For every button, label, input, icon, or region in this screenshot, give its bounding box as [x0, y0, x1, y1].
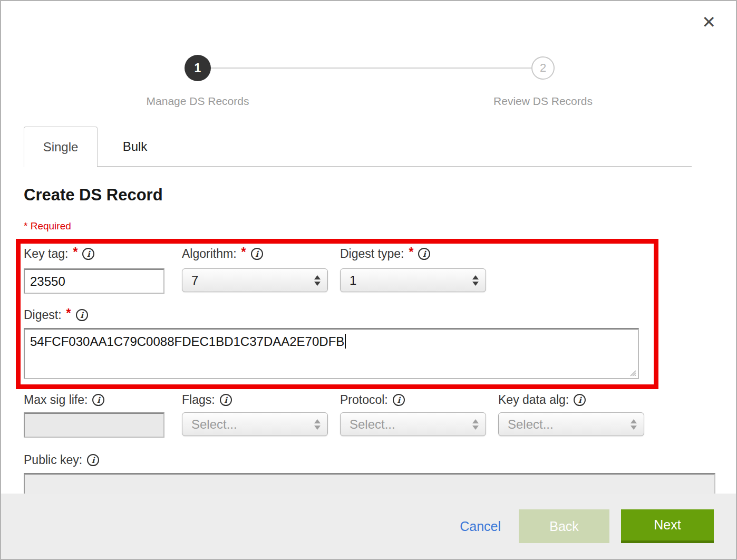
- info-icon[interactable]: i: [92, 394, 104, 406]
- protocol-select[interactable]: Select...: [340, 412, 486, 436]
- info-icon[interactable]: i: [87, 454, 99, 466]
- modal-footer: Cancel Back Next: [1, 494, 736, 559]
- digest-type-label: Digest type: * i: [340, 247, 486, 261]
- protocol-label: Protocol: i: [340, 393, 486, 407]
- flags-label: Flags: i: [182, 393, 328, 407]
- stepper-step-1-label: Manage DS Records: [147, 95, 249, 108]
- required-asterisk: *: [409, 245, 413, 259]
- key-data-alg-label: Key data alg: i: [498, 393, 644, 407]
- key-tag-label: Key tag: * i: [24, 247, 170, 261]
- digest-value: 54FCF030AA1C79C0088FDEC1BD1C37DAA2E70DFB: [30, 334, 344, 349]
- algorithm-select[interactable]: 7: [182, 268, 328, 292]
- info-icon[interactable]: i: [76, 309, 88, 321]
- info-icon[interactable]: i: [393, 394, 405, 406]
- stepper-connector-line: [211, 67, 531, 69]
- back-button[interactable]: Back: [519, 509, 609, 543]
- key-tag-input[interactable]: [24, 268, 164, 294]
- info-icon[interactable]: i: [574, 394, 586, 406]
- key-data-alg-select[interactable]: Select...: [498, 412, 644, 436]
- resize-handle-icon[interactable]: [629, 369, 636, 376]
- flags-select[interactable]: Select...: [182, 412, 328, 436]
- digest-textarea[interactable]: 54FCF030AA1C79C0088FDEC1BD1C37DAA2E70DFB: [24, 328, 639, 379]
- digest-label: Digest: * i: [24, 308, 88, 322]
- select-stepper-icon: [472, 419, 479, 430]
- tab-bulk[interactable]: Bulk: [98, 127, 172, 167]
- text-cursor: [345, 334, 346, 349]
- max-sig-life-label: Max sig life: i: [24, 393, 170, 407]
- stepper-step-2-circle: 2: [531, 56, 555, 80]
- public-key-textarea[interactable]: [24, 473, 715, 496]
- max-sig-life-input[interactable]: [24, 412, 164, 438]
- close-icon[interactable]: ✕: [702, 14, 716, 31]
- next-button[interactable]: Next: [621, 509, 714, 543]
- algorithm-label: Algorithm: * i: [182, 247, 328, 261]
- select-stepper-icon: [472, 275, 479, 286]
- select-stepper-icon: [631, 419, 637, 430]
- info-icon[interactable]: i: [418, 248, 430, 260]
- select-stepper-icon: [314, 419, 321, 430]
- cancel-button[interactable]: Cancel: [460, 519, 501, 534]
- page-title: Create DS Record: [24, 186, 163, 205]
- tab-single[interactable]: Single: [24, 127, 98, 167]
- info-icon[interactable]: i: [220, 394, 232, 406]
- public-key-label: Public key: i: [24, 453, 99, 467]
- required-asterisk: *: [73, 245, 77, 259]
- required-note: * Required: [24, 220, 71, 232]
- create-ds-record-modal: ✕ 1 2 Manage DS Records Review DS Record…: [0, 0, 737, 560]
- info-icon[interactable]: i: [251, 248, 263, 260]
- stepper-step-2-label: Review DS Records: [493, 95, 593, 108]
- required-asterisk: *: [66, 306, 71, 321]
- select-stepper-icon: [314, 275, 321, 286]
- digest-type-select[interactable]: 1: [340, 268, 486, 292]
- info-icon[interactable]: i: [82, 248, 94, 260]
- stepper-step-1-circle: 1: [185, 55, 211, 81]
- required-asterisk: *: [241, 245, 246, 259]
